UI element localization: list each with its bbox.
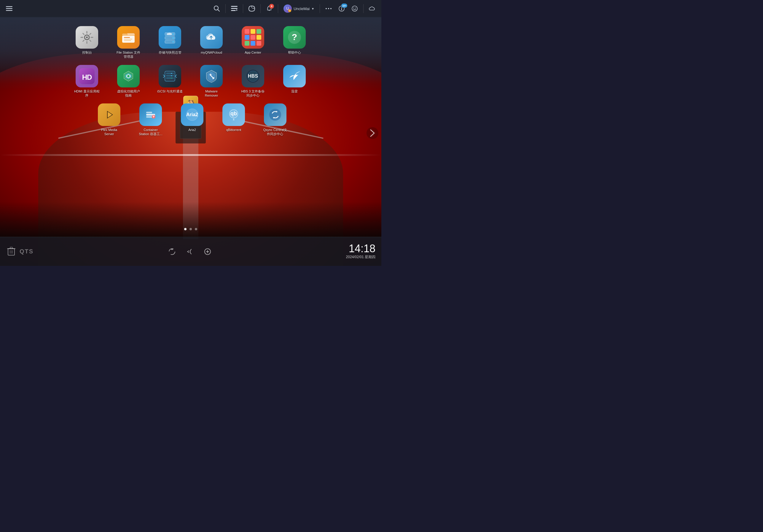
virt-label: 虚拟化功能用户指南	[117, 89, 140, 98]
app-appcenter[interactable]: App Center	[238, 26, 268, 54]
screen-icon[interactable]	[246, 3, 258, 14]
app-thunder[interactable]: 迅雷	[279, 65, 309, 93]
user-star-badge: ★	[288, 9, 291, 12]
icon-row-2: HD HDMI 显示应用程序 虚拟化功能用户指南	[18, 65, 364, 98]
cloud-icon[interactable]	[367, 3, 378, 14]
svg-rect-6	[231, 8, 238, 9]
malware-label: MalwareRemover	[205, 89, 218, 98]
separator2	[243, 4, 243, 13]
smiley-icon[interactable]	[349, 3, 360, 14]
menu-icon[interactable]	[4, 3, 15, 14]
svg-text:qb: qb	[230, 111, 237, 117]
app-virt[interactable]: 虚拟化功能用户指南	[114, 65, 143, 98]
qbit-icon-img: qb	[222, 103, 245, 126]
storage-label: 存储与快照总管	[159, 50, 181, 54]
taskbar-right: 14:18 2024/02/01 星期四	[346, 243, 376, 260]
right-arrow[interactable]	[367, 127, 379, 139]
svg-point-15	[352, 6, 357, 11]
hbs-icon-img: HBS	[242, 65, 264, 87]
filestation-icon-img	[117, 26, 140, 48]
search-icon[interactable]	[211, 3, 222, 14]
app-myqnap[interactable]: myQNAPcloud	[197, 26, 226, 54]
qsync-icon-img	[264, 103, 286, 126]
svg-rect-23	[124, 39, 132, 40]
clock: 14:18	[349, 243, 376, 254]
settings-icon-img: 控制台	[76, 26, 98, 48]
svg-marker-8	[236, 9, 238, 11]
app-hdmi[interactable]: HD HDMI 显示应用程序	[72, 65, 102, 98]
taskbar-btn-menu[interactable]	[202, 246, 213, 258]
virt-icon-img	[117, 65, 140, 87]
filestation-label: File Station 文件管理器	[117, 50, 140, 59]
app-storage[interactable]: 存储与快照总管	[155, 26, 185, 54]
notification-badge: 9	[269, 4, 274, 9]
svg-point-17	[355, 8, 356, 8]
pagination-dots	[184, 228, 197, 230]
storage-icon-img	[159, 26, 181, 48]
iscsi-icon-img	[159, 65, 181, 87]
svg-point-29	[172, 37, 174, 39]
app-settings[interactable]: 控制台 控制台	[72, 26, 102, 54]
hdmi-icon-img: HD	[76, 65, 98, 87]
app-malware[interactable]: MalwareRemover	[197, 65, 226, 98]
help-label: 帮助中心	[288, 50, 301, 54]
app-help[interactable]: ? 帮助中心	[279, 26, 309, 54]
app-qbit[interactable]: qb qBittorrent	[219, 103, 249, 132]
iscsi-label: iSCSI 与光纤通道	[157, 89, 183, 93]
desktop: 控制台 控制台	[0, 17, 382, 236]
svg-point-64	[269, 109, 281, 121]
svg-point-46	[171, 73, 172, 74]
media-icon[interactable]	[229, 3, 240, 14]
app-iscsi[interactable]: iSCSI 与光纤通道	[155, 65, 185, 93]
svg-rect-39	[166, 73, 174, 74]
malware-icon-img	[200, 65, 223, 87]
taskbar-btn-back[interactable]	[184, 246, 196, 258]
taskbar-btn-refresh[interactable]	[166, 246, 178, 258]
app-hbs[interactable]: HBS HBS 3 文件备份同步中心	[238, 65, 268, 98]
app-filestation[interactable]: File Station 文件管理器	[114, 26, 143, 59]
svg-rect-1	[6, 8, 12, 9]
app-container[interactable]: ContainerStation 容器工...	[136, 103, 165, 136]
svg-rect-40	[166, 75, 174, 76]
svg-rect-69	[10, 247, 12, 249]
thunder-icon-img	[283, 65, 306, 87]
trash-icon[interactable]	[6, 246, 17, 256]
svg-line-4	[218, 10, 219, 12]
user-menu[interactable]: U ★ UncleMai ▼	[281, 3, 317, 14]
svg-line-43	[163, 76, 165, 78]
plex-label: Plex MediaServer	[101, 128, 117, 136]
svg-point-16	[354, 8, 354, 8]
svg-line-44	[175, 75, 177, 76]
aria2-icon-img: Aria2	[181, 103, 203, 126]
myqnap-icon-img	[200, 26, 223, 48]
info-badge: 10+	[341, 4, 347, 8]
info-icon[interactable]: 10+	[336, 3, 347, 14]
user-dropdown-arrow: ▼	[311, 7, 314, 10]
container-icon-img	[139, 103, 162, 126]
taskbar-left: QTS	[6, 246, 34, 258]
appcenter-label: App Center	[245, 50, 261, 54]
help-icon-img: ?	[283, 26, 306, 48]
svg-text:?: ?	[292, 32, 297, 42]
page-dot-3[interactable]	[195, 228, 197, 230]
page-dot-2[interactable]	[189, 228, 192, 230]
svg-point-37	[127, 75, 130, 77]
separator	[225, 4, 226, 13]
page-dot-1[interactable]	[184, 228, 186, 230]
svg-rect-22	[124, 37, 130, 38]
username-label: UncleMai	[293, 7, 310, 11]
plex-icon-img	[98, 103, 120, 126]
more-options-icon[interactable]	[323, 3, 334, 14]
qsync-label: Qsync Central文件同步中心	[263, 128, 287, 136]
app-qsync[interactable]: Qsync Central文件同步中心	[260, 103, 290, 136]
container-label: ContainerStation 容器工...	[139, 128, 162, 136]
hbs-label: HBS 3 文件备份同步中心	[241, 89, 265, 98]
app-plex[interactable]: Plex MediaServer	[94, 103, 124, 136]
qts-logo: QTS	[20, 248, 34, 255]
notification-icon[interactable]: 9	[264, 3, 275, 14]
qbit-label: qBittorrent	[226, 128, 241, 132]
svg-text:HBS: HBS	[248, 73, 258, 79]
app-aria2[interactable]: Aria2 Aria2	[177, 103, 207, 132]
svg-rect-24	[124, 40, 131, 41]
svg-point-9	[326, 8, 327, 9]
